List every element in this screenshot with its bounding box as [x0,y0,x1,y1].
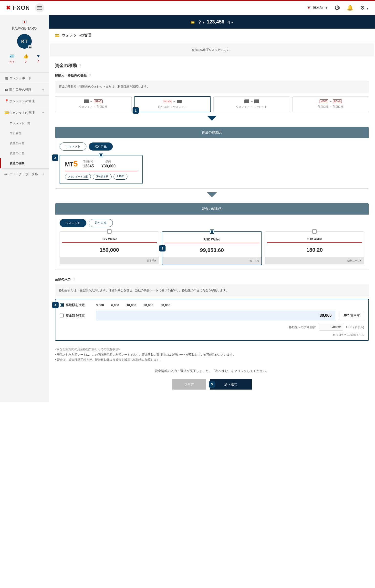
transfer-type-wallet-to-wallet[interactable]: ➡ ウォレット → ウォレット [213,96,290,112]
checkbox-icon [312,229,317,234]
radio-icon [60,303,64,307]
step-badge-4: 4 [52,302,59,308]
dest-toggle-account[interactable]: 取引口座 [89,219,113,227]
help-icon[interactable]: ❔ [88,74,92,77]
down-arrow-icon [55,116,369,122]
sub-title-route: 移動元・移動先の登録❔ [55,73,369,78]
avatar[interactable]: KT 📷 [17,34,32,49]
source-account-card[interactable]: MT5 口座番号: 12345 残高: ¥30,000 [60,155,143,184]
help-icon[interactable]: ❔ [72,277,76,281]
nav-wallet[interactable]: 💳 ウォレットの管理 − [0,107,49,118]
flag-jp-icon [307,6,311,9]
dest-panel-header: 資金の移動先 [55,203,369,215]
step-badge-3: 3 [159,245,166,251]
step-badge-2: 2 [52,154,58,161]
arrow-right-icon: ➡ [251,100,253,103]
partner-icon: ⚯ [4,172,9,176]
help-icon: ❔ [198,20,202,24]
step-badge-1: 1 [133,107,139,114]
preset-amount[interactable]: 3,000 [96,303,104,307]
mt-badge-icon: MT4/5 [94,99,103,103]
source-toggle-account[interactable]: 取引口座 [89,142,113,151]
preset-amount[interactable]: 6,000 [111,303,119,307]
wallet-icon: 💳 [55,33,60,38]
checkbox-icon [99,153,103,157]
badge-icon: 🪪 [9,54,15,59]
preset-amount[interactable]: 10,000 [126,303,136,307]
chevron-down-icon: ▼ [325,7,328,9]
pin-icon: 📍 [4,99,9,103]
wallet-card-eur[interactable]: EUR Wallet 180.20 欧州ユーロ/€ [265,231,364,265]
svg-marker-1 [207,192,217,197]
clear-button[interactable]: クリア [172,379,206,390]
preset-amount[interactable]: 20,000 [144,303,153,307]
plus-icon: + [42,87,44,92]
wallet-icon: 💳 [4,110,9,115]
flag-jp-icon [22,21,27,23]
account-tag: 1:1000 [114,174,127,180]
balance-bar[interactable]: 💳 : ❔ ¥ 123,456 円 ▼ [49,15,375,29]
transfer-type-wallet-to-account[interactable]: ➡ MT4/5 ウォレット → 取引口座 [55,96,132,112]
nav-positions[interactable]: 📍 ポジションの管理 [0,95,49,107]
next-button[interactable]: 次へ進む [210,379,252,390]
plus-icon: + [42,172,44,176]
nav-dashboard[interactable]: ▦ ダッシュボード [0,72,49,84]
amount-panel: 4 移動額を指定 3,000 6,000 10,000 20,000 30,00… [55,299,369,341]
profile-name: KAWASE TARO [2,26,46,30]
notes-section: <異なる通貨間の資金移動にあたっての注意事項> • 表示された為替レートは、この… [55,347,369,363]
nav-partner[interactable]: ⚯ パートナーポータル + [0,168,49,180]
transfer-type-account-to-account[interactable]: MT4/5 ➡ MT4/5 取引口座 → 取引口座 [292,96,369,112]
instruction-box: 資金の移動元、移動先のウォレットまたは、取引口座を選択します。 [55,81,369,93]
camera-icon[interactable]: 📷 [28,45,32,49]
page-title: 💳 ウォレットの管理 [49,29,375,42]
account-tag: JPY/日本円 [93,174,112,180]
source-panel: 2 資金の移動元 ウォレット 取引口座 MT5 [55,127,369,189]
power-icon[interactable]: ⏻ [334,5,340,11]
nav-wallet-list[interactable]: ウォレット一覧 [0,118,49,128]
stat-favorites: ♥ 0 [37,54,40,64]
amount-input[interactable] [96,311,335,320]
stat-likes: 👍 0 [23,54,29,64]
source-panel-header: 資金の移動元 [55,127,369,138]
nav-deposit[interactable]: 資金の入金 [0,138,49,148]
account-tag: スタンダード口座 [65,174,91,180]
wallet-icon: 💳 [190,20,195,24]
monitor-icon: 🖥 [4,88,9,92]
radio-receive-amount[interactable]: 着金額を指定 [60,313,92,318]
thumbs-up-icon: 👍 [23,54,29,59]
mt-badge-icon: MT4/5 [333,99,342,103]
heart-icon: ♥ [37,54,40,59]
help-icon[interactable]: ❔ [78,64,82,68]
logo-text: FXON [13,4,30,11]
hamburger-menu[interactable] [35,3,44,12]
converted-input[interactable] [319,324,343,331]
info-strip: 資金の移動手続きを行います。 [50,44,374,56]
wallet-icon [254,99,259,103]
preset-amount[interactable]: 30,000 [161,303,170,307]
wallet-card-jpy[interactable]: JPY Wallet 150,000 日本円/¥ [60,231,159,265]
bell-icon[interactable]: 🔔 [347,5,353,11]
nav-withdraw[interactable]: 資金の出金 [0,148,49,158]
arrow-right-icon: ➡ [173,100,175,103]
logo: ✖ FXON [6,4,30,11]
nav-history[interactable]: 取引履歴 [0,128,49,138]
arrow-right-icon: ➡ [90,100,92,103]
arrow-right-icon: ➡ [330,100,332,103]
down-arrow-icon [55,192,369,198]
wallet-card-usd[interactable]: 3 USD Wallet 99,053.60 米ドル/$ [162,231,262,265]
minus-icon: − [42,110,44,115]
nav-accounts[interactable]: 🖥 取引口座の管理 + [0,84,49,95]
transfer-type-account-to-wallet[interactable]: 1 MT4/5 ➡ 取引口座 → ウォレット [134,96,211,112]
language-label: 日本語 [313,6,323,10]
radio-transfer-amount[interactable]: 移動額を指定 [60,303,92,307]
language-selector[interactable]: 日本語 ▼ [307,6,328,10]
chevron-down-icon: ▼ [231,21,233,24]
gear-icon[interactable]: ⚙ ▼ [360,5,369,11]
logo-icon: ✖ [6,5,11,11]
section-title: 資金の移動❔ [55,63,369,68]
nav-transfer[interactable]: 資金の移動 [0,158,49,168]
sub-title-amount: 金額の入力❔ [55,277,369,282]
wallet-icon [177,100,182,103]
dest-toggle-wallet[interactable]: ウォレット [60,219,86,227]
source-toggle-wallet[interactable]: ウォレット [60,142,86,151]
